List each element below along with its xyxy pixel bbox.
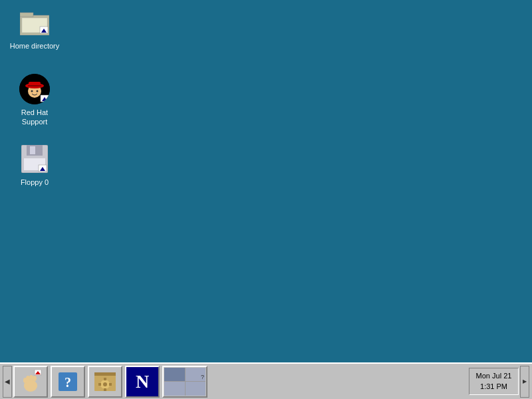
- floppy-icon[interactable]: Floppy 0: [8, 143, 61, 188]
- taskbar-scroll-left[interactable]: ◀: [3, 366, 12, 398]
- svg-rect-33: [104, 378, 106, 380]
- svg-rect-36: [109, 383, 112, 386]
- gnome-menu-button[interactable]: [13, 366, 48, 398]
- svg-point-24: [33, 376, 37, 381]
- svg-point-32: [103, 382, 107, 386]
- svg-rect-1: [20, 13, 33, 17]
- netscape-button[interactable]: N: [125, 366, 160, 398]
- netscape-n-logo: N: [136, 372, 149, 391]
- folder-icon-image: [19, 7, 51, 39]
- clock-display: Mon Jul 21 1:31 PM: [469, 368, 519, 395]
- redhat-support-icon[interactable]: Red Hat Support: [8, 73, 61, 128]
- help-button[interactable]: ?: [51, 366, 85, 398]
- desktop: Home directory: [0, 0, 532, 362]
- desktop-pager[interactable]: ?: [162, 366, 207, 398]
- pager-cell-2: ?: [186, 368, 206, 382]
- svg-text:?: ?: [65, 375, 71, 390]
- redhat-support-label: Red Hat Support: [8, 107, 61, 128]
- svg-rect-35: [98, 383, 101, 386]
- redhat-icon-image: [19, 73, 51, 105]
- pager-cell-4: [186, 382, 206, 396]
- config-button[interactable]: [88, 366, 122, 398]
- clock-area: Mon Jul 21 1:31 PM: [469, 368, 519, 395]
- svg-point-11: [37, 90, 39, 92]
- svg-rect-34: [104, 388, 106, 391]
- right-arrow-icon: ▶: [523, 378, 527, 384]
- floppy-label: Floppy 0: [19, 177, 50, 188]
- floppy-icon-image: [19, 143, 51, 175]
- taskbar-scroll-right[interactable]: ▶: [520, 366, 529, 398]
- home-directory-label: Home directory: [9, 41, 61, 51]
- home-directory-icon[interactable]: Home directory: [8, 7, 61, 51]
- clock-time: 1:31 PM: [475, 382, 513, 392]
- svg-point-10: [31, 90, 33, 92]
- svg-rect-9: [28, 85, 41, 86]
- pager-question-mark: ?: [201, 374, 204, 380]
- pager-grid: ?: [164, 368, 205, 396]
- svg-rect-30: [94, 372, 116, 376]
- left-arrow-icon: ◀: [5, 378, 10, 385]
- pager-cell-1: [164, 368, 185, 382]
- taskbar: ◀ ?: [0, 362, 532, 399]
- svg-rect-16: [30, 146, 35, 154]
- clock-date: Mon Jul 21: [475, 371, 513, 381]
- pager-cell-3: [164, 382, 185, 396]
